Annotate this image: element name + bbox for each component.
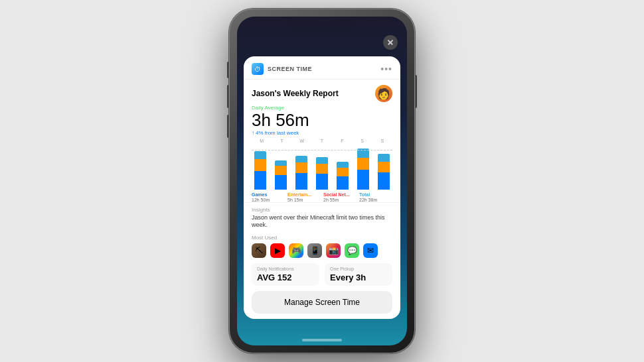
- bar-total-friday: [337, 162, 349, 168]
- day-M: M: [254, 139, 269, 143]
- bar-entertainment-wednesday: [295, 162, 307, 173]
- bar-saturday: [354, 145, 372, 190]
- category-labels: Games 12h 50m Entertain... 5h 15m Social…: [244, 190, 400, 202]
- insights-section: Insights Jason went over their Minecraft…: [244, 202, 400, 232]
- category-entertainment-time: 5h 15m: [287, 198, 321, 202]
- bar-stack-friday: [333, 162, 351, 190]
- most-used-section: Most Used ⛏ ▶ 🎮 📱 📸 💬 ✉: [244, 232, 400, 261]
- category-social: Social Net... 2h 55m: [323, 192, 357, 202]
- most-used-label: Most Used: [252, 235, 392, 241]
- day-T1: T: [274, 139, 289, 143]
- change-icon: ↑: [252, 130, 254, 136]
- app-icon-mail: ✉: [363, 243, 378, 258]
- bar-games-thursday: [316, 174, 328, 190]
- category-total-name: Total: [359, 192, 392, 197]
- category-games: Games 12h 50m: [252, 192, 285, 202]
- change-label: 4% from last week: [256, 130, 299, 136]
- bar-sunday: [374, 145, 392, 190]
- day-labels: M T W T F S S: [244, 139, 400, 143]
- bar-wednesday: [293, 145, 311, 190]
- bar-games-saturday: [357, 170, 369, 190]
- bar-friday: [333, 145, 351, 190]
- card-body: Jason's Weekly Report 🧑 Daily Average 3h…: [244, 80, 400, 319]
- daily-average-section: Daily Average 3h 56m ↑ 4% from last week: [244, 105, 400, 139]
- manage-screen-time-button[interactable]: Manage Screen Time: [252, 291, 392, 314]
- app-icon-minecraft: ⛏: [252, 243, 266, 258]
- bar-stack-sunday: [374, 154, 392, 190]
- bar-stack-saturday: [354, 149, 372, 190]
- app-icon-messages: 💬: [345, 243, 359, 258]
- bar-entertainment-tuesday: [275, 166, 287, 175]
- insights-text: Jason went over their Minecraft limit tw…: [252, 214, 392, 229]
- category-total-time: 22h 38m: [359, 198, 392, 202]
- pickups-value: Every 3h: [330, 272, 387, 282]
- bar-stack-monday: [252, 151, 270, 190]
- bar-entertainment-saturday: [357, 158, 369, 170]
- app-icon-youtube: ▶: [270, 243, 285, 258]
- day-S2: S: [375, 139, 390, 143]
- category-entertainment: Entertain... 5h 15m: [287, 192, 321, 202]
- insights-label: Insights: [252, 207, 392, 213]
- bar-games-tuesday: [275, 175, 287, 190]
- app-icon-game-1: 🎮: [289, 243, 303, 258]
- report-title: Jason's Weekly Report: [252, 89, 339, 98]
- phone-screen: ⏱ SCREEN TIME ••• Jason's Weekly Report …: [237, 17, 407, 345]
- bar-entertainment-monday: [254, 159, 266, 171]
- notifications-label: Daily Notifications: [257, 267, 314, 271]
- bar-entertainment-friday: [337, 168, 349, 176]
- bar-chart: [244, 145, 400, 190]
- category-games-name: Games: [252, 192, 285, 197]
- notifications-stat: Daily Notifications AVG 152: [252, 263, 319, 286]
- avatar: 🧑: [375, 85, 392, 102]
- bar-tuesday: [272, 145, 290, 190]
- report-header: Jason's Weekly Report 🧑: [244, 80, 400, 105]
- card-header-left: ⏱ SCREEN TIME: [252, 63, 312, 75]
- day-T2: T: [315, 139, 329, 143]
- power-button: [415, 75, 417, 108]
- home-indicator: [302, 339, 342, 341]
- bar-stack-wednesday: [293, 156, 311, 190]
- weekly-change: ↑ 4% from last week: [252, 130, 392, 136]
- close-button[interactable]: [383, 35, 398, 50]
- day-F: F: [335, 139, 349, 143]
- bar-games-sunday: [378, 172, 390, 190]
- bar-total-sunday: [378, 154, 390, 162]
- bar-total-thursday: [316, 157, 328, 164]
- app-icon-instagram: 📸: [326, 243, 341, 258]
- bar-stack-tuesday: [272, 160, 290, 190]
- stats-row: Daily Notifications AVG 152 One Pickup E…: [244, 261, 400, 288]
- bar-entertainment-thursday: [316, 164, 328, 174]
- app-icons-row: ⛏ ▶ 🎮 📱 📸 💬 ✉: [252, 243, 392, 258]
- bar-entertainment-sunday: [378, 162, 390, 172]
- screen-time-icon: ⏱: [252, 63, 264, 75]
- bar-stack-thursday: [313, 157, 331, 190]
- dotted-line: [252, 150, 392, 151]
- day-S1: S: [355, 139, 370, 143]
- bar-total-wednesday: [295, 156, 307, 162]
- bar-total-monday: [254, 151, 266, 159]
- bar-thursday: [313, 145, 331, 190]
- bar-games-wednesday: [295, 173, 307, 190]
- daily-average-time: 3h 56m: [252, 111, 392, 129]
- card-header: ⏱ SCREEN TIME •••: [244, 56, 400, 80]
- app-icon-game-2: 📱: [307, 243, 322, 258]
- day-W: W: [295, 139, 309, 143]
- bar-games-monday: [254, 171, 266, 190]
- bar-total-tuesday: [275, 160, 287, 166]
- bar-games-friday: [337, 176, 349, 190]
- notch: [289, 17, 355, 31]
- category-entertainment-name: Entertain...: [287, 192, 321, 197]
- pickups-stat: One Pickup Every 3h: [325, 263, 392, 286]
- screen-time-card: ⏱ SCREEN TIME ••• Jason's Weekly Report …: [244, 56, 400, 319]
- category-total: Total 22h 38m: [359, 192, 392, 202]
- notifications-value: AVG 152: [257, 272, 314, 282]
- category-social-time: 2h 55m: [323, 198, 357, 202]
- phone-device: ⏱ SCREEN TIME ••• Jason's Weekly Report …: [229, 9, 415, 353]
- pickups-label: One Pickup: [330, 267, 387, 271]
- bar-monday: [252, 145, 270, 190]
- card-title: SCREEN TIME: [268, 66, 312, 72]
- category-games-time: 12h 50m: [252, 198, 285, 202]
- category-social-name: Social Net...: [323, 192, 357, 197]
- more-options-button[interactable]: •••: [380, 64, 392, 74]
